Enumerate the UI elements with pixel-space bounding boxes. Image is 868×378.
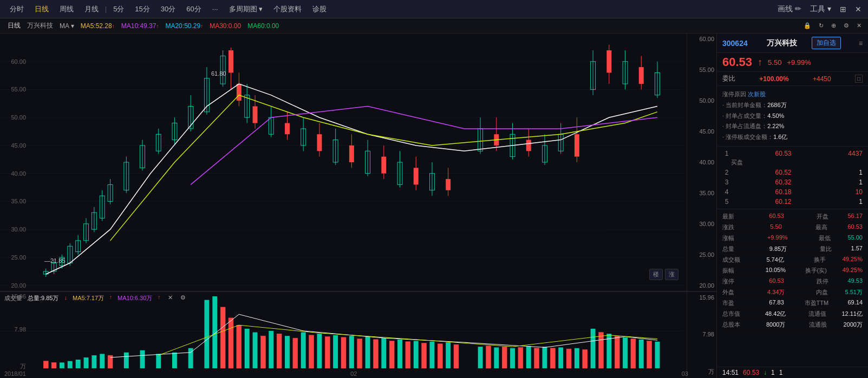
add-to-watchlist-button[interactable]: 加自选 [812,37,841,49]
buy-pan-label: 买盘 [731,158,743,167]
order-price-1: 60.53 [731,150,836,157]
stat-inner: 5.51万 [845,288,863,296]
close2-icon[interactable]: ✕ [854,22,864,29]
nav-fen-shi[interactable]: 分时 [4,2,29,16]
price-change: 5.50 [768,58,781,67]
vol-arrow-down: ↓ [64,294,67,302]
stat-amplitude: 10.05% [766,267,786,275]
ma30-label: MA30:0.00 [206,22,244,30]
order-price-5: 60.12 [731,198,836,205]
chart-section: 61.80 —21.85 楼 涨 60.00 55.00 50.00 45.00… [0,34,716,378]
time-count: 1 [779,369,783,376]
ma60-label: MA60:0.00 [244,22,282,30]
main-price: 60.53 [722,55,752,69]
stat-pct: +9.99% [767,234,788,242]
main-chart-canvas [0,34,716,291]
price-row: 60.53 ↑ 5.50 +9.99% [717,53,868,72]
stop-reason-type[interactable]: 次新股 [748,91,766,97]
stat-down-limit: 49.53 [847,277,863,286]
order-row-2: 2 60.52 1 [717,168,868,177]
nav-stock-info[interactable]: 个股资料 [268,2,307,16]
menu-icon[interactable]: ≡ [859,39,863,47]
nav-60fen[interactable]: 60分 [181,2,206,16]
nav-multi-period[interactable]: 多周期图 ▾ [224,2,269,16]
stop-seal-amount: 2686万 [767,102,786,108]
stat-row-mktcap: 总市值 48.42亿 流通值 12.11亿 [722,309,863,320]
stat-row-limit: 涨停 60.53 跌停 49.53 [722,276,863,287]
stat-low: 55.00 [847,234,863,242]
stock-code: 300624 [722,39,748,48]
volume-area: 成交量 总量:9.85万 ↓ MA5:7.17万 ↑ MA10:6.30万 ↑ … [0,291,716,378]
price-up-arrow: ↑ [758,57,762,68]
ma5-label: MA5:52.28↑ [77,22,118,30]
candlestick-area[interactable]: 61.80 —21.85 楼 涨 60.00 55.00 50.00 45.00… [0,34,716,291]
order-row-4: 4 60.18 10 [717,187,868,197]
watermark-zhang: 涨 [665,269,678,280]
stat-latest: 60.53 [769,213,784,221]
nav-diagnosis[interactable]: 诊股 [307,2,332,16]
nav-yue-xian[interactable]: 月线 [79,2,104,16]
order-vol-3: 1 [836,178,863,186]
price-scale-right: 60.00 55.00 50.00 45.00 40.00 35.00 30.0… [687,34,716,291]
stat-circ-mktcap: 12.11亿 [841,310,863,318]
stat-pe-ttm: 69.14 [847,299,863,307]
volume-scale-right: 15.96 7.98 万 [687,292,716,378]
order-book: 1 60.53 4437 买盘 2 60.52 1 3 60.32 1 4 60… [717,147,868,209]
watermark-area: 楼 涨 [649,269,678,280]
stats-table: 最新 60.53 开盘 56.17 涨跌 5.50 最高 60.53 涨幅 +9… [717,209,868,367]
stat-row-pct: 涨幅 +9.99% 最低 55.00 [722,233,863,244]
stat-pe: 67.83 [769,299,784,307]
time-vol: 1 [771,369,775,376]
stat-up-limit: 60.53 [769,277,784,286]
vol-close-icon[interactable]: ✕ [166,294,175,302]
settings-icon[interactable]: ⚙ [841,22,851,29]
vol-label: 成交量 [4,294,22,302]
tools-icon[interactable]: 工具 ▾ [808,4,833,14]
nav-5fen[interactable]: 5分 [108,2,129,16]
nav-ri-xian[interactable]: 日线 [29,2,54,16]
date-label-feb: 02 [350,370,357,377]
nav-more[interactable]: ··· [207,3,224,15]
lock-icon[interactable]: 🔒 [801,22,813,29]
subtitle-bar: 日线 万兴科技 MA ▾ MA5:52.28↑ MA10:49.37↑ MA20… [0,18,868,34]
date-labels: 2018/01 02 03 [4,370,688,377]
stat-outer: 4.34万 [767,288,785,296]
volume-chart-canvas [0,292,716,378]
ma-type-label[interactable]: MA ▾ [56,22,77,30]
date-label-jan: 2018/01 [4,370,26,377]
weibei-val: +100.00% [759,75,788,83]
stat-row-change: 涨跌 5.50 最高 60.53 [722,222,863,233]
stat-total-mktcap: 48.42亿 [765,310,786,318]
stat-row-shares: 总股本 8000万 流通股 2000万 [722,320,863,330]
order-vol-2: 1 [836,169,863,176]
stat-total-shares: 8000万 [766,321,785,329]
right-panel: 300624 万兴科技 加自选 ≡ 60.53 ↑ 5.50 +9.99% 委比… [716,34,868,378]
nav-right-tools: 画线 ✏ 工具 ▾ ⊞ ✕ [775,4,864,14]
time-arrow-down: ↓ [763,369,767,376]
stat-vol-ratio: 1.57 [851,245,863,253]
draw-icon[interactable]: 画线 ✏ [775,4,804,14]
vol-settings-icon[interactable]: ⚙ [178,294,188,302]
stat-turnover: 49.25% [843,256,863,264]
stat-row-outer-inner: 外盘 4.34万 内盘 5.51万 [722,287,863,298]
fullscreen-icon[interactable]: ⊞ [838,5,849,14]
nav-15fen[interactable]: 15分 [129,2,155,16]
stat-open: 56.17 [847,213,863,221]
stat-real-turnover: 49.25% [843,267,863,275]
order-price-2: 60.52 [731,169,836,176]
stat-high: 60.53 [847,223,863,231]
main-area: 61.80 —21.85 楼 涨 60.00 55.00 50.00 45.00… [0,34,868,378]
order-vol-4: 10 [836,188,863,196]
order-price-4: 60.18 [731,188,836,196]
nav-zhou-xian[interactable]: 周线 [54,2,79,16]
refresh-icon[interactable]: ↻ [817,22,826,29]
stat-row-vol: 总量 9.85万 量比 1.57 [722,244,863,255]
stop-board-amount: 1.6亿 [773,134,787,140]
nav-30fen[interactable]: 30分 [155,2,181,16]
close-icon[interactable]: ✕ [853,5,864,14]
ma10-label: MA10:49.37↑ [118,22,162,30]
plus-icon[interactable]: ⊕ [829,22,838,29]
vol-total: 总量:9.85万 [28,294,58,302]
copy-icon[interactable]: □ [855,75,863,83]
stop-seal-vol-pct: 4.50% [767,112,784,119]
